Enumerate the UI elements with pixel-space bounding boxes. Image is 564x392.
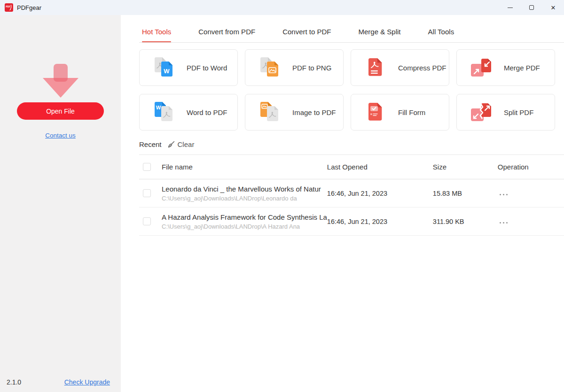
column-header-operation: Operation: [498, 163, 529, 171]
compress-pdf-icon: [363, 55, 388, 80]
tool-cards-row-2: W Word to PDF: [139, 94, 555, 131]
tool-card-label: Word to PDF: [187, 108, 227, 116]
pdf-to-png-card[interactable]: PDF to PNG: [245, 49, 344, 86]
split-pdf-card[interactable]: Split PDF: [456, 94, 555, 131]
svg-text:W: W: [156, 105, 161, 110]
recent-title: Recent: [139, 140, 162, 148]
row-checkbox[interactable]: [143, 189, 151, 197]
file-name: A Hazard Analysis Framework for Code Syn…: [162, 213, 327, 221]
more-actions-button[interactable]: [498, 219, 509, 226]
tabs-divider: [139, 42, 564, 43]
image-to-pdf-icon: [258, 100, 282, 124]
image-to-pdf-card[interactable]: Image to PDF: [245, 94, 344, 131]
window-title: PDFgear: [17, 4, 41, 11]
svg-text:W: W: [164, 68, 170, 75]
close-button[interactable]: ✕: [542, 0, 564, 15]
maximize-icon: [529, 5, 534, 10]
merge-pdf-icon: [469, 55, 494, 80]
clear-label: Clear: [178, 140, 195, 148]
table-row[interactable]: Leonardo da Vinci _ the Marvellous Works…: [139, 179, 564, 208]
fill-form-icon: [363, 100, 388, 124]
last-opened-value: 16:46, Jun 21, 2023: [327, 190, 387, 197]
tab-hot-tools[interactable]: Hot Tools: [142, 28, 171, 42]
pdf-to-word-icon: W: [152, 55, 176, 80]
contact-us-link[interactable]: Contact us: [0, 132, 121, 139]
drop-file-arrow-icon: [38, 60, 83, 100]
version-label: 2.1.0: [7, 378, 21, 386]
pdf-to-word-card[interactable]: W PDF to Word: [139, 49, 238, 86]
minimize-button[interactable]: [499, 0, 521, 15]
file-path: C:\Users\g_aoj\Downloads\LANDrop\A Hazar…: [162, 223, 327, 230]
maximize-button[interactable]: [521, 0, 542, 15]
tab-convert-to-pdf[interactable]: Convert to PDF: [282, 28, 331, 42]
broom-icon: [167, 140, 175, 148]
tool-card-label: PDF to Word: [187, 64, 227, 72]
word-to-pdf-icon: W: [152, 100, 176, 124]
svg-text:PDF: PDF: [6, 5, 10, 8]
recent-files-table: File name Last Opened Size Operation Leo…: [139, 154, 564, 236]
tab-merge-split[interactable]: Merge & Split: [359, 28, 401, 42]
file-size-value: 15.83 MB: [433, 190, 462, 197]
pdf-to-png-icon: [258, 55, 282, 80]
clear-recent-button[interactable]: Clear: [167, 140, 195, 148]
split-pdf-icon: [469, 100, 494, 124]
more-actions-button[interactable]: [498, 191, 509, 198]
check-upgrade-link[interactable]: Check Upgrade: [64, 378, 110, 386]
tab-all-tools[interactable]: All Tools: [428, 28, 454, 42]
merge-pdf-card[interactable]: Merge PDF: [456, 49, 555, 86]
table-header-row: File name Last Opened Size Operation: [139, 155, 564, 179]
file-name: Leonardo da Vinci _ the Marvellous Works…: [162, 185, 327, 193]
tool-card-label: Split PDF: [504, 108, 533, 116]
sidebar: Open File Contact us 2.1.0 Check Upgrade: [0, 15, 121, 392]
minimize-icon: [508, 8, 513, 8]
tool-card-label: PDF to PNG: [292, 64, 331, 72]
fill-form-card[interactable]: Fill Form: [351, 94, 449, 131]
tab-convert-from-pdf[interactable]: Convert from PDF: [198, 28, 255, 42]
tool-card-label: Image to PDF: [292, 108, 336, 116]
close-icon: ✕: [551, 5, 556, 11]
recent-bar: Recent Clear: [139, 140, 564, 148]
title-bar: PDF PDFgear ✕: [0, 0, 564, 15]
row-checkbox[interactable]: [143, 217, 151, 225]
tool-tabs: Hot Tools Convert from PDF Convert to PD…: [139, 28, 564, 42]
open-file-button[interactable]: Open File: [17, 102, 104, 120]
file-path: C:\Users\g_aoj\Downloads\LANDrop\Leonard…: [162, 195, 327, 202]
select-all-checkbox[interactable]: [143, 163, 151, 171]
tool-card-label: Fill Form: [398, 108, 425, 116]
word-to-pdf-card[interactable]: W Word to PDF: [139, 94, 238, 131]
tool-card-label: Compress PDF: [398, 64, 446, 72]
last-opened-value: 16:46, Jun 21, 2023: [327, 218, 387, 225]
app-logo-icon: PDF: [5, 3, 13, 12]
main-panel: Hot Tools Convert from PDF Convert to PD…: [121, 15, 564, 392]
column-header-last-opened: Last Opened: [327, 163, 368, 171]
table-row[interactable]: A Hazard Analysis Framework for Code Syn…: [139, 208, 564, 236]
tool-cards-row-1: W PDF to Word: [139, 49, 555, 86]
tool-card-label: Merge PDF: [504, 64, 540, 72]
column-header-file-name: File name: [162, 163, 193, 171]
column-header-size: Size: [433, 163, 446, 171]
compress-pdf-card[interactable]: Compress PDF: [351, 49, 449, 86]
file-size-value: 311.90 KB: [433, 218, 464, 225]
